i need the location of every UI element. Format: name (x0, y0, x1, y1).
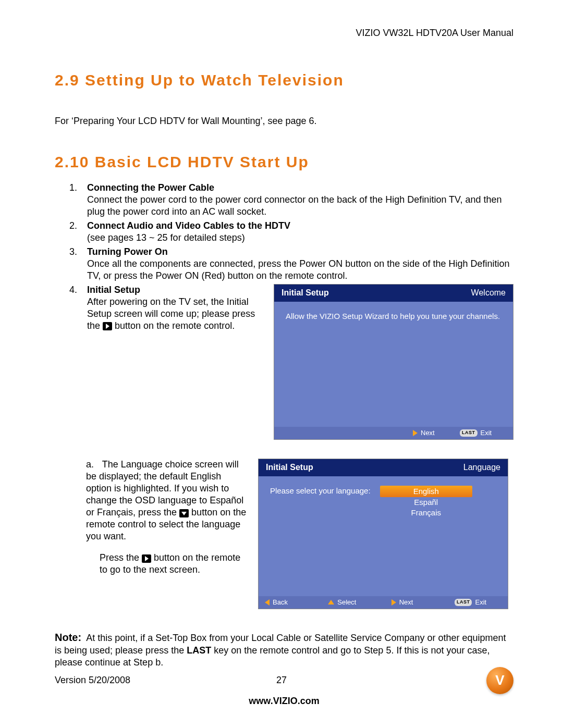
footer-version: Version 5/20/2008 (55, 674, 130, 686)
ss2-next: Next (391, 598, 438, 607)
lang-option-espanol: Españl (380, 497, 472, 508)
footer-url: www.VIZIO.com (55, 695, 513, 707)
item4-head: Initial Setup (87, 285, 140, 295)
heading-2-10: 2.10 Basic LCD HDTV Start Up (55, 152, 513, 172)
lang-option-francais: Français (380, 508, 472, 518)
ss2-select: Select (328, 598, 375, 607)
ss2-exit-label: Exit (475, 598, 486, 607)
lang-option-english: English (380, 486, 472, 497)
heading-title: Setting Up to Watch Television (85, 71, 344, 89)
item4-body-b: button on the remote control. (115, 320, 235, 331)
last-pill-icon: LAST (455, 599, 472, 606)
page-footer: Version 5/20/2008 27 V www.VIZIO.com (0, 667, 563, 707)
ss2-select-label: Select (337, 598, 356, 607)
remote-down-icon (179, 509, 189, 517)
note-last: LAST (187, 645, 211, 656)
select-icon (328, 600, 334, 604)
list-item: Connecting the Power Cable Connect the p… (69, 182, 513, 218)
last-pill-icon: LAST (460, 429, 478, 437)
ss1-title-left: Initial Setup (282, 288, 329, 298)
ss2-back: Back (265, 598, 312, 607)
next-icon (391, 599, 396, 606)
ss2-next-label: Next (399, 598, 413, 607)
list-item: Initial Setup After powering on the TV s… (69, 284, 513, 440)
item3-body: Once all the components are connected, p… (87, 258, 509, 281)
doc-header: VIZIO VW32L HDTV20A User Manual (55, 27, 513, 39)
heading-title: Basic LCD HDTV Start Up (95, 153, 309, 170)
item1-head: Connecting the Power Cable (87, 182, 214, 193)
list-item: Connect Audio and Video Cables to the HD… (69, 220, 513, 244)
ss1-exit: LAST Exit (460, 429, 507, 438)
item2-head: Connect Audio and Video Cables to the HD… (87, 220, 290, 231)
ss2-exit: LAST Exit (455, 598, 501, 607)
ss1-exit-label: Exit (481, 429, 492, 438)
next-icon (413, 430, 418, 436)
ss1-title-right: Welcome (471, 288, 506, 298)
ss2-title-right: Language (463, 462, 500, 473)
remote-play-icon (103, 322, 112, 330)
ss1-next: Next (413, 429, 460, 438)
ss1-next-label: Next (421, 429, 435, 438)
ss1-body: Allow the VIZIO Setup Wizard to help you… (274, 302, 513, 427)
note-label: Note: (55, 632, 81, 643)
item1-body: Connect the power cord to the power cord… (87, 194, 502, 217)
sec29-body: For ‘Preparing Your LCD HDTV for Wall Mo… (55, 115, 513, 127)
list-item: Turning Power On Once all the components… (69, 246, 513, 282)
screenshot-initial-setup-language: Initial Setup Language Please select you… (258, 459, 508, 609)
ss2-back-label: Back (273, 598, 288, 607)
footer-pagenum: 27 (276, 674, 287, 686)
sub-a-label: a. (86, 459, 100, 471)
heading-num: 2.10 (55, 153, 89, 170)
heading-num: 2.9 (55, 71, 80, 89)
substep-a: a. The Language choice screen will be di… (86, 459, 513, 609)
ss2-title-left: Initial Setup (266, 462, 313, 473)
heading-2-9: 2.9 Setting Up to Watch Television (55, 70, 513, 90)
item2-body: (see pages 13 ~ 25 for detailed steps) (87, 232, 245, 243)
note-paragraph: Note: At this point, if a Set-Top Box fr… (55, 631, 513, 669)
item3-head: Turning Power On (87, 246, 168, 257)
remote-play-icon (142, 554, 151, 563)
back-icon (265, 599, 270, 606)
vizio-logo-icon: V (486, 667, 513, 694)
ss2-prompt: Please select your language: (270, 486, 371, 496)
startup-list: Connecting the Power Cable Connect the p… (69, 182, 513, 440)
sub-a-body-c: Press the (100, 552, 139, 563)
screenshot-initial-setup-welcome: Initial Setup Welcome Allow the VIZIO Se… (274, 284, 513, 440)
